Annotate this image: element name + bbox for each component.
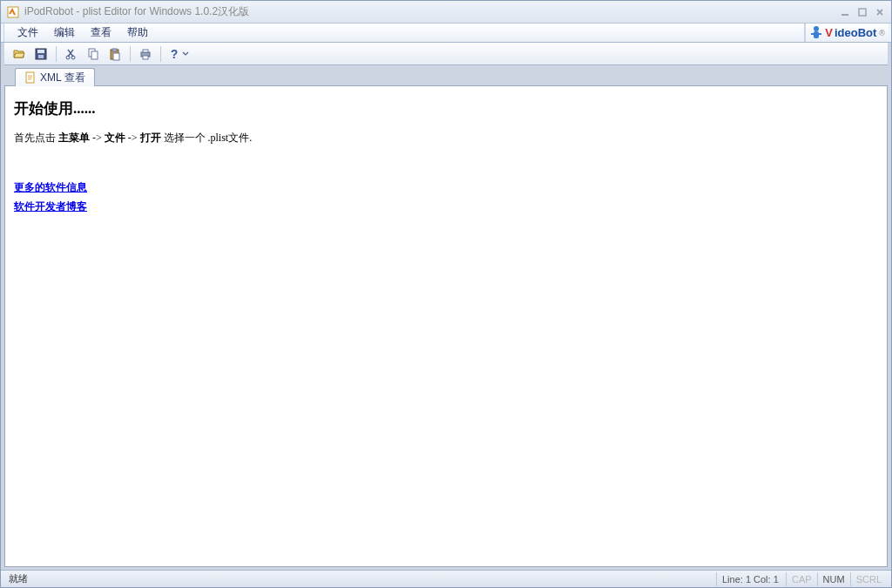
svg-rect-4 xyxy=(814,31,819,38)
title-bar: iPodRobot - plist Editor for Windows 1.0… xyxy=(1,1,891,24)
maximize-button[interactable] xyxy=(854,4,871,20)
close-button[interactable] xyxy=(871,4,889,20)
content-area: 开始使用...... 首先点击 主菜单 -> 文件 -> 打开 选择一个 .pl… xyxy=(4,85,888,567)
tab-xml-view[interactable]: XML 查看 xyxy=(15,68,95,86)
print-button[interactable] xyxy=(136,44,155,64)
tab-strip: XML 查看 xyxy=(4,67,888,86)
status-num: NUM xyxy=(817,572,850,586)
menu-help[interactable]: 帮助 xyxy=(119,24,156,42)
status-line-col: Line: 1 Col: 1 xyxy=(716,572,786,586)
svg-rect-13 xyxy=(91,51,98,59)
status-ready: 就绪 xyxy=(5,572,716,585)
window-title: iPodRobot - plist Editor for Windows 1.0… xyxy=(24,4,836,19)
menu-file[interactable]: 文件 xyxy=(10,24,46,42)
toolbar-separator xyxy=(160,46,161,62)
copy-button[interactable] xyxy=(84,44,103,64)
app-icon xyxy=(6,5,20,19)
status-bar: 就绪 Line: 1 Col: 1 CAP NUM SCRL xyxy=(1,570,891,587)
link-more-info[interactable]: 更多的软件信息 xyxy=(14,180,878,195)
svg-rect-15 xyxy=(112,49,117,51)
svg-rect-1 xyxy=(841,14,848,16)
minimize-button[interactable] xyxy=(836,4,854,20)
window-controls xyxy=(836,4,889,20)
svg-rect-5 xyxy=(811,33,814,35)
toolbar: ? xyxy=(3,43,889,65)
toolbar-separator xyxy=(56,46,57,62)
branding-text: ideoBot xyxy=(835,26,876,39)
videobot-icon xyxy=(809,25,823,41)
svg-rect-9 xyxy=(38,55,44,58)
menu-edit[interactable]: 编辑 xyxy=(46,24,83,42)
cut-button[interactable] xyxy=(62,44,81,64)
menu-bar: 文件 编辑 查看 帮助 VideoBot ® xyxy=(1,24,891,43)
svg-rect-18 xyxy=(143,50,148,52)
svg-rect-19 xyxy=(143,56,148,59)
svg-rect-16 xyxy=(113,53,119,60)
paste-button[interactable] xyxy=(105,44,125,64)
chevron-down-icon xyxy=(182,47,189,61)
status-cap: CAP xyxy=(786,572,817,586)
menu-view[interactable]: 查看 xyxy=(83,24,119,42)
branding-logo[interactable]: VideoBot ® xyxy=(805,24,889,42)
svg-rect-6 xyxy=(819,33,821,35)
svg-rect-8 xyxy=(37,50,44,53)
welcome-heading: 开始使用...... xyxy=(14,98,878,118)
help-dropdown[interactable]: ? xyxy=(166,44,189,64)
tab-label: XML 查看 xyxy=(40,71,85,85)
save-button[interactable] xyxy=(31,44,51,64)
help-icon: ? xyxy=(171,47,179,61)
svg-point-3 xyxy=(814,26,819,31)
instruction-text: 首先点击 主菜单 -> 文件 -> 打开 选择一个 .plist文件. xyxy=(14,131,878,145)
open-button[interactable] xyxy=(10,44,29,64)
xml-file-icon xyxy=(24,71,37,84)
status-scrl: SCRL xyxy=(850,572,887,586)
svg-rect-2 xyxy=(859,9,866,16)
toolbar-separator xyxy=(130,46,131,62)
link-developer-blog[interactable]: 软件开发者博客 xyxy=(14,199,878,214)
